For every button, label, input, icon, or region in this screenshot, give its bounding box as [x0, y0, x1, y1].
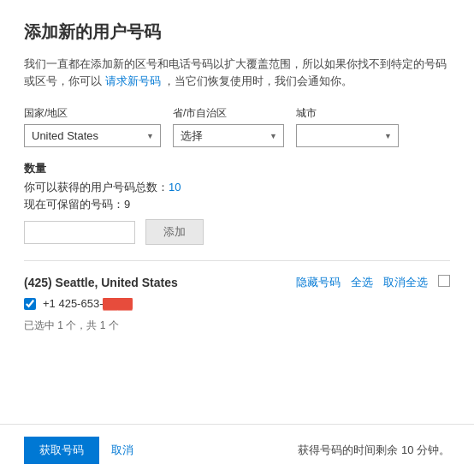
- desc-text-2: ，当它们恢复使用时，我们会通知你。: [163, 74, 353, 87]
- total-count-line: 你可以获得的用户号码总数：10: [24, 180, 450, 195]
- province-select[interactable]: 选择: [173, 124, 284, 147]
- deselect-all-link[interactable]: 取消全选: [383, 275, 428, 290]
- footer: 获取号码 取消 获得号码的时间剩余 10 分钟。: [0, 424, 474, 476]
- hide-numbers-link[interactable]: 隐藏号码: [296, 275, 341, 290]
- city-select[interactable]: [296, 124, 399, 147]
- country-select[interactable]: United States: [24, 124, 161, 147]
- province-group: 省/市自治区 选择: [173, 106, 284, 147]
- city-select-wrapper: [296, 124, 399, 147]
- province-select-wrapper: 选择: [173, 124, 284, 147]
- get-number-button[interactable]: 获取号码: [24, 437, 99, 464]
- phone-checkbox[interactable]: [24, 298, 36, 310]
- phone-number-text: +1 425-653-: [43, 297, 103, 310]
- add-button[interactable]: 添加: [145, 219, 204, 245]
- country-label: 国家/地区: [24, 106, 161, 121]
- phone-masked: ████: [103, 298, 132, 310]
- quantity-input[interactable]: [24, 221, 135, 244]
- select-all-link[interactable]: 全选: [351, 275, 373, 290]
- city-label: 城市: [296, 106, 399, 121]
- result-actions: 隐藏号码 全选 取消全选: [296, 275, 450, 290]
- cancel-button[interactable]: 取消: [111, 443, 133, 458]
- footer-timer: 获得号码的时间剩余 10 分钟。: [298, 443, 450, 458]
- result-header: (425) Seattle, United States 隐藏号码 全选 取消全…: [24, 275, 450, 290]
- reserve-line: 现在可保留的号码：9: [24, 197, 450, 212]
- add-row: 添加: [24, 219, 450, 245]
- quantity-section: 数量 你可以获得的用户号码总数：10 现在可保留的号码：9 添加: [24, 161, 450, 245]
- result-section: (425) Seattle, United States 隐藏号码 全选 取消全…: [24, 275, 450, 333]
- city-group: 城市: [296, 106, 399, 147]
- country-group: 国家/地区 United States: [24, 106, 161, 147]
- page-title: 添加新的用户号码: [24, 21, 450, 44]
- province-label: 省/市自治区: [173, 106, 284, 121]
- country-select-wrapper: United States: [24, 124, 161, 147]
- total-count-prefix: 你可以获得的用户号码总数：: [24, 181, 169, 193]
- phone-number: +1 425-653-████: [43, 297, 133, 310]
- quantity-label: 数量: [24, 161, 450, 176]
- location-form-row: 国家/地区 United States 省/市自治区 选择 城市: [24, 106, 450, 147]
- request-number-link[interactable]: 请求新号码: [105, 74, 161, 87]
- selection-info: 已选中 1 个，共 1 个: [24, 318, 450, 333]
- divider: [24, 260, 450, 261]
- phone-item: +1 425-653-████: [24, 294, 450, 313]
- page-description: 我们一直都在添加新的区号和电话号码以扩大覆盖范围，所以如果你找不到特定的号码或区…: [24, 56, 450, 89]
- result-title: (425) Seattle, United States: [24, 276, 178, 289]
- checkbox-square-icon: [438, 275, 450, 287]
- total-count-value: 10: [169, 181, 181, 193]
